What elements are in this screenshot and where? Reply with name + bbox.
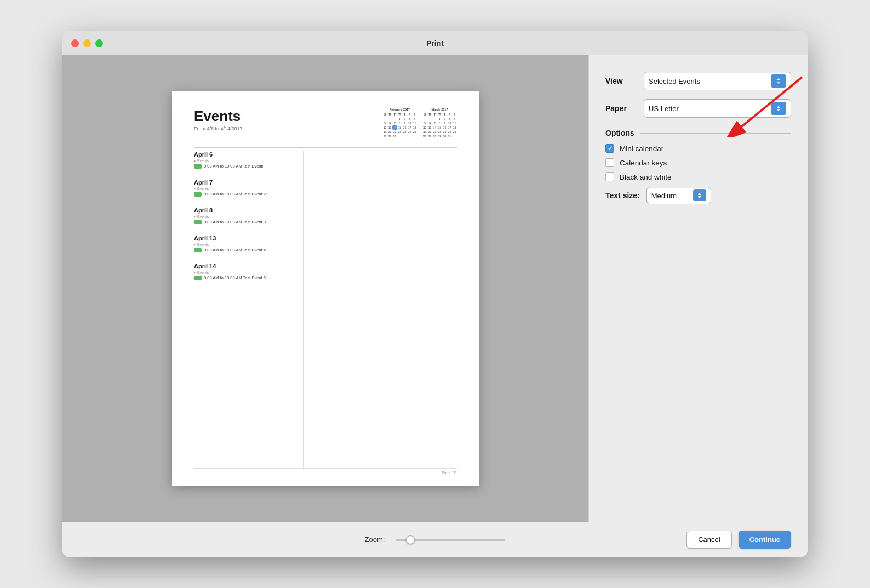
paper-body: April 6 ▸ Events 9:00 AM to 10:00 AM Tes…	[194, 151, 457, 468]
event-day-title: April 7	[194, 179, 297, 186]
event-category: ▸ Events	[194, 270, 297, 275]
options-section: Options Mini calendar Calendar keys Blac…	[605, 129, 791, 204]
event-day-apr14: April 14 ▸ Events 9:00 AM to 10:00 AM Te…	[194, 263, 297, 280]
event-category: ▸ Events	[194, 159, 297, 163]
options-divider	[640, 133, 791, 134]
paper-left-column: April 6 ▸ Events 9:00 AM to 10:00 AM Tes…	[194, 151, 304, 468]
preview-title: Events	[194, 108, 243, 125]
event-time-text: 9:00 AM to 10:00 AM Test Event!	[204, 164, 264, 169]
option-mini-calendar-row: Mini calendar	[605, 144, 791, 153]
event-time-text: 9:00 AM to 10:00 AM Test Event 2!	[204, 192, 267, 197]
view-select[interactable]: Selected Events	[644, 72, 791, 90]
black-white-label: Black and white	[620, 173, 672, 181]
calendar-keys-checkbox[interactable]	[605, 158, 614, 167]
event-time-text: 9:00 AM to 10:00 AM Test Event 4!	[204, 247, 267, 252]
black-white-checkbox[interactable]	[605, 172, 614, 181]
event-time-text: 9:00 AM to 10:00 AM Test Event 3!	[204, 220, 267, 224]
mini-cal-feb-grid: SMTWTFS 1234 567891011 12131415161718 19…	[382, 112, 417, 139]
event-day-apr7: April 7 ▸ Events 9:00 AM to 10:00 AM Tes…	[194, 179, 297, 199]
mini-cal-mar-title: March 2017	[422, 108, 457, 111]
event-color-dot	[194, 220, 202, 224]
paper-select[interactable]: US Letter	[644, 99, 791, 118]
event-day-apr6: April 6 ▸ Events 9:00 AM to 10:00 AM Tes…	[194, 151, 297, 171]
mini-cal-feb: February 2017 SMTWTFS 1234 567891011 121…	[382, 108, 417, 139]
event-item: 9:00 AM to 10:00 AM Test Event!	[194, 164, 297, 169]
paper-right-column	[304, 151, 457, 468]
right-panel: View Selected Events Paper	[588, 55, 808, 522]
event-day-title: April 6	[194, 151, 297, 158]
titlebar: Print	[62, 31, 808, 55]
print-dialog: Print Events From 4/6 to 4/14/2017 Febru…	[62, 31, 808, 557]
paper-select-wrapper[interactable]: US Letter	[644, 99, 791, 118]
zoom-label: Zoom:	[365, 535, 385, 544]
option-calendar-keys-row: Calendar keys	[605, 158, 791, 167]
continue-button[interactable]: Continue	[739, 531, 791, 549]
event-color-dot	[194, 276, 202, 280]
cancel-button[interactable]: Cancel	[686, 531, 731, 549]
main-content: Events From 4/6 to 4/14/2017 February 20…	[62, 55, 808, 522]
maximize-button[interactable]	[95, 39, 103, 47]
mini-calendar-checkbox[interactable]	[605, 144, 614, 153]
window-controls	[71, 39, 103, 47]
event-color-dot	[194, 192, 202, 197]
minimize-button[interactable]	[83, 39, 91, 47]
paper-header: Events From 4/6 to 4/14/2017 February 20…	[194, 108, 457, 139]
calendar-keys-label: Calendar keys	[620, 159, 667, 167]
text-size-select[interactable]: Medium	[646, 187, 711, 204]
mini-calendar-label: Mini calendar	[620, 145, 663, 153]
event-category: ▸ Events	[194, 215, 297, 219]
bottom-bar: Zoom: Cancel Continue	[62, 522, 808, 557]
mini-calendars: February 2017 SMTWTFS 1234 567891011 121…	[382, 108, 457, 139]
view-row: View Selected Events	[605, 72, 791, 90]
event-divider	[194, 199, 297, 199]
mini-cal-mar: March 2017 SMTWTFS 1234 567891011 121314…	[422, 108, 457, 139]
options-title: Options	[605, 129, 791, 137]
text-size-arrow-icon[interactable]	[693, 189, 706, 201]
event-category: ▸ Events	[194, 243, 297, 247]
view-select-arrow-icon[interactable]	[771, 74, 786, 88]
paper-footer: Page 1/1	[194, 468, 457, 475]
view-select-wrapper[interactable]: Selected Events	[644, 72, 791, 90]
text-size-row: Text size: Medium	[605, 187, 791, 204]
event-item: 9:00 AM to 10:00 AM Test Event 3!	[194, 220, 297, 224]
paper-select-value: US Letter	[649, 105, 679, 113]
event-divider	[194, 171, 297, 171]
event-item: 9:00 AM to 10:00 AM Test Event 4!	[194, 247, 297, 252]
event-divider	[194, 227, 297, 227]
window-title: Print	[426, 39, 444, 48]
event-time-text: 9:00 AM to 10:00 AM Test Event 5!	[204, 275, 267, 280]
paper-select-arrow-icon[interactable]	[771, 102, 786, 115]
bottom-buttons: Cancel Continue	[686, 531, 791, 549]
event-color-dot	[194, 248, 202, 252]
event-day-title: April 13	[194, 235, 297, 241]
text-size-value: Medium	[651, 192, 677, 200]
paper-preview: Events From 4/6 to 4/14/2017 February 20…	[172, 91, 479, 486]
event-day-apr13: April 13 ▸ Events 9:00 AM to 10:00 AM Te…	[194, 235, 297, 255]
event-color-dot	[194, 164, 202, 169]
event-item: 9:00 AM to 10:00 AM Test Event 5!	[194, 275, 297, 280]
text-size-label: Text size:	[605, 191, 640, 200]
view-select-value: Selected Events	[649, 77, 700, 85]
close-button[interactable]	[71, 39, 79, 47]
event-day-title: April 14	[194, 263, 297, 269]
preview-panel: Events From 4/6 to 4/14/2017 February 20…	[62, 55, 588, 522]
view-label: View	[605, 77, 644, 85]
event-day-title: April 8	[194, 207, 297, 214]
header-divider	[194, 147, 457, 148]
event-divider	[194, 255, 297, 255]
event-category: ▸ Events	[194, 187, 297, 191]
paper-label: Paper	[605, 104, 644, 113]
option-black-white-row: Black and white	[605, 172, 791, 181]
mini-cal-mar-grid: SMTWTFS 1234 567891011 12131415161718 19…	[422, 112, 457, 139]
event-item: 9:00 AM to 10:00 AM Test Event 2!	[194, 192, 297, 197]
zoom-slider[interactable]	[396, 539, 505, 541]
event-day-apr8: April 8 ▸ Events 9:00 AM to 10:00 AM Tes…	[194, 207, 297, 227]
mini-cal-feb-title: February 2017	[382, 108, 417, 111]
paper-row: Paper US Letter	[605, 99, 791, 118]
preview-subtitle: From 4/6 to 4/14/2017	[194, 126, 243, 131]
